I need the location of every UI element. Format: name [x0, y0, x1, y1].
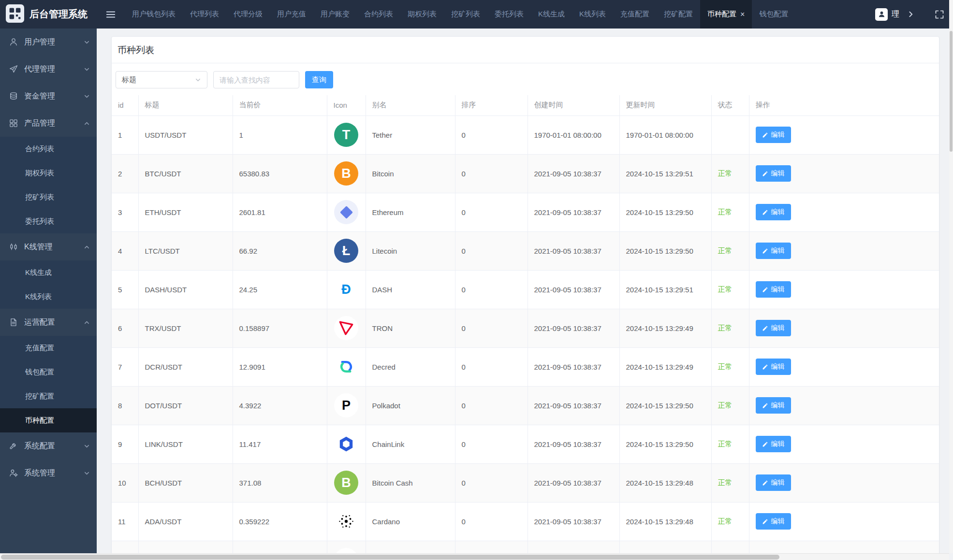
search-button[interactable]: 查询	[305, 71, 333, 88]
tab-12[interactable]: 挖矿配置	[657, 0, 700, 29]
search-input[interactable]	[213, 71, 299, 88]
cell-title: USDT/USDT	[138, 115, 233, 154]
cell-created: 2021-09-05 10:38:37	[528, 425, 619, 463]
edit-button[interactable]: 编辑	[756, 165, 791, 182]
tab-8[interactable]: 委托列表	[487, 0, 531, 29]
sidebar-subitem-3-2[interactable]: 挖矿列表	[0, 185, 97, 209]
edit-button[interactable]: 编辑	[756, 281, 791, 298]
menu-icon[interactable]	[97, 0, 125, 29]
tab-4[interactable]: 用户账变	[313, 0, 357, 29]
tab-label: 用户钱包列表	[132, 10, 176, 19]
polkadot-icon: P	[334, 393, 358, 417]
sidebar-item-label: 资金管理	[24, 91, 55, 101]
sidebar-item-label: 代理管理	[24, 64, 55, 74]
tab-7[interactable]: 挖矿列表	[444, 0, 487, 29]
sidebar-item-0[interactable]: 用户管理	[0, 29, 97, 56]
cell-updated: 2024-10-15 13:29:50	[619, 386, 711, 425]
vertical-scrollbar[interactable]	[949, 0, 953, 553]
tab-label: 充值配置	[620, 10, 649, 19]
kline-icon	[9, 242, 18, 252]
sidebar-subitem-5-2[interactable]: 挖矿配置	[0, 384, 97, 408]
tab-label: 期权列表	[408, 10, 437, 19]
sidebar-item-label: 产品管理	[24, 118, 55, 129]
tab-10[interactable]: K线列表	[572, 0, 613, 29]
sidebar-subitem-4-0[interactable]: K线生成	[0, 260, 97, 285]
edit-button-label: 编辑	[771, 169, 785, 178]
cell-sort: 0	[455, 386, 528, 425]
cell-actions: 编辑	[749, 154, 939, 193]
sidebar-item-label: 运营配置	[24, 317, 55, 328]
sidebar-subitem-3-1[interactable]: 期权列表	[0, 161, 97, 185]
cell-alias: TRON	[366, 309, 455, 347]
sidebar-subitem-5-0[interactable]: 充值配置	[0, 336, 97, 360]
sidebar-item-6[interactable]: 系统配置	[0, 432, 97, 459]
main-content: 币种列表 标题 查询 id标题当前价Icon别名排序创建时间更新时间状态操作 1…	[97, 29, 953, 560]
edit-button[interactable]: 编辑	[756, 127, 791, 143]
edit-button[interactable]: 编辑	[756, 243, 791, 259]
cell-icon: B	[327, 463, 366, 502]
cell-price: 24.25	[233, 270, 327, 309]
vertical-scrollbar-thumb[interactable]	[950, 31, 953, 152]
cell-created: 2021-09-05 10:38:37	[528, 386, 619, 425]
tab-0[interactable]: 用户钱包列表	[125, 0, 183, 29]
cell-status: 正常	[711, 347, 749, 386]
tab-13[interactable]: 币种配置×	[700, 0, 752, 29]
horizontal-scrollbar-thumb[interactable]	[1, 555, 779, 560]
sidebar-item-5[interactable]: 运营配置	[0, 309, 97, 336]
cell-status: 正常	[711, 463, 749, 502]
cell-sort: 0	[455, 463, 528, 502]
horizontal-scrollbar[interactable]	[0, 553, 949, 560]
tab-3[interactable]: 用户充值	[270, 0, 313, 29]
edit-button[interactable]: 编辑	[756, 359, 791, 375]
sidebar-subitem-4-1[interactable]: K线列表	[0, 285, 97, 309]
sidebar-subitem-3-0[interactable]: 合约列表	[0, 137, 97, 161]
column-header: 更新时间	[619, 95, 711, 115]
sidebar-item-4[interactable]: K线管理	[0, 233, 97, 260]
edit-button[interactable]: 编辑	[756, 436, 791, 452]
cell-icon: B	[327, 154, 366, 193]
tab-9[interactable]: K线生成	[531, 0, 572, 29]
cell-created: 2021-09-05 10:38:37	[528, 154, 619, 193]
close-icon[interactable]: ×	[740, 11, 745, 18]
chevron-right-icon[interactable]	[907, 11, 914, 18]
tab-label: 用户充值	[277, 10, 306, 19]
dash-icon: Đ	[334, 277, 358, 302]
tab-label: 合约列表	[364, 10, 393, 19]
cell-sort: 0	[455, 425, 528, 463]
edit-button[interactable]: 编辑	[756, 320, 791, 336]
column-header: 创建时间	[528, 95, 619, 115]
cell-sort: 0	[455, 309, 528, 347]
tab-1[interactable]: 代理列表	[183, 0, 226, 29]
edit-button[interactable]: 编辑	[756, 513, 791, 530]
chevron-up-icon	[84, 319, 90, 326]
logo-icon	[6, 4, 24, 25]
edit-button-label: 编辑	[771, 246, 785, 255]
sidebar-subitem-3-3[interactable]: 委托列表	[0, 209, 97, 233]
sidebar-item-3[interactable]: 产品管理	[0, 110, 97, 137]
tab-2[interactable]: 代理分级	[226, 0, 270, 29]
edit-button[interactable]: 编辑	[756, 204, 791, 220]
cell-title: TRX/USDT	[138, 309, 233, 347]
tab-5[interactable]: 合约列表	[357, 0, 400, 29]
tab-14[interactable]: 钱包配置	[752, 0, 795, 29]
filter-select[interactable]: 标题	[116, 71, 207, 88]
sidebar-item-1[interactable]: 代理管理	[0, 56, 97, 83]
tab-11[interactable]: 充值配置	[613, 0, 657, 29]
sidebar-subitem-5-3[interactable]: 币种配置	[0, 408, 97, 432]
fullscreen-icon[interactable]	[935, 10, 944, 19]
sidebar-item-2[interactable]: 资金管理	[0, 83, 97, 110]
status-badge: 正常	[718, 440, 733, 448]
edit-button[interactable]: 编辑	[756, 474, 791, 491]
coin-table: id标题当前价Icon别名排序创建时间更新时间状态操作 1USDT/USDT1T…	[112, 95, 939, 560]
cell-created: 2021-09-05 10:38:37	[528, 193, 619, 231]
user-menu[interactable]: 理	[875, 8, 899, 21]
edit-button[interactable]: 编辑	[756, 397, 791, 414]
cell-icon	[327, 502, 366, 541]
status-badge: 正常	[718, 285, 733, 293]
sidebar-item-7[interactable]: 系统管理	[0, 459, 97, 487]
cell-title: ADA/USDT	[138, 502, 233, 541]
sidebar-subitem-5-1[interactable]: 钱包配置	[0, 360, 97, 384]
sidebar-item-label: 系统配置	[24, 441, 55, 451]
cell-actions: 编辑	[749, 309, 939, 347]
tab-6[interactable]: 期权列表	[400, 0, 444, 29]
